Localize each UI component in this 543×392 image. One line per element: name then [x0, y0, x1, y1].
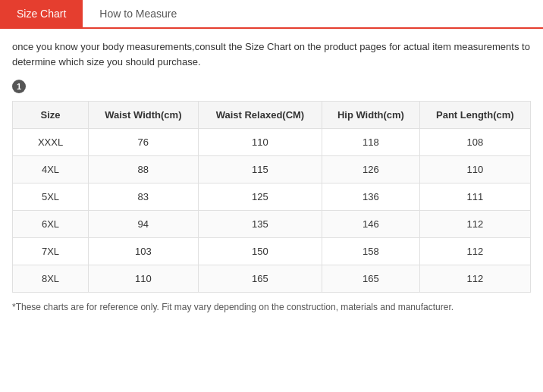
description-text: once you know your body measurements,con…: [12, 39, 531, 69]
cell-r0-c1: 76: [89, 129, 199, 156]
cell-r1-c1: 88: [89, 156, 199, 183]
col-header-pant-length: Pant Length(cm): [419, 102, 530, 129]
cell-r4-c4: 112: [419, 238, 530, 265]
col-header-waist-relaxed: Waist Relaxed(CM): [198, 102, 322, 129]
cell-r4-c2: 150: [198, 238, 322, 265]
tab-how-to-measure[interactable]: How to Measure: [83, 0, 193, 27]
cell-r1-c0: 4XL: [13, 156, 89, 183]
col-header-waist-width: Waist Width(cm): [89, 102, 199, 129]
cell-r3-c0: 6XL: [13, 211, 89, 238]
cell-r2-c4: 111: [419, 183, 530, 211]
table-row: 7XL103150158112: [13, 238, 531, 265]
cell-r4-c1: 103: [89, 238, 199, 265]
cell-r0-c2: 110: [198, 129, 322, 156]
info-badge: 1: [12, 80, 26, 93]
cell-r1-c3: 126: [322, 156, 419, 183]
cell-r5-c2: 165: [198, 265, 322, 293]
table-row: 4XL88115126110: [13, 156, 531, 183]
size-table: Size Waist Width(cm) Waist Relaxed(CM) H…: [12, 101, 531, 293]
col-header-hip-width: Hip Width(cm): [322, 102, 419, 129]
cell-r1-c2: 115: [198, 156, 322, 183]
cell-r5-c4: 112: [419, 265, 530, 293]
cell-r3-c1: 94: [89, 211, 199, 238]
cell-r0-c0: XXXL: [13, 129, 89, 156]
cell-r3-c3: 146: [322, 211, 419, 238]
cell-r2-c1: 83: [89, 183, 199, 211]
cell-r5-c1: 110: [89, 265, 199, 293]
cell-r4-c3: 158: [322, 238, 419, 265]
table-row: 6XL94135146112: [13, 211, 531, 238]
cell-r5-c3: 165: [322, 265, 419, 293]
cell-r2-c3: 136: [322, 183, 419, 211]
table-row: 5XL83125136111: [13, 183, 531, 211]
table-row: 8XL110165165112: [13, 265, 531, 293]
tabs-container: Size Chart How to Measure: [0, 0, 543, 29]
table-header-row: Size Waist Width(cm) Waist Relaxed(CM) H…: [13, 102, 531, 129]
cell-r4-c0: 7XL: [13, 238, 89, 265]
main-content: once you know your body measurements,con…: [0, 29, 543, 321]
footnote-text: *These charts are for reference only. Fi…: [12, 300, 531, 314]
cell-r0-c4: 108: [419, 129, 530, 156]
cell-r0-c3: 118: [322, 129, 419, 156]
cell-r3-c2: 135: [198, 211, 322, 238]
cell-r2-c2: 125: [198, 183, 322, 211]
col-header-size: Size: [13, 102, 89, 129]
cell-r1-c4: 110: [419, 156, 530, 183]
table-row: XXXL76110118108: [13, 129, 531, 156]
tab-bar: Size Chart How to Measure: [0, 0, 543, 29]
cell-r2-c0: 5XL: [13, 183, 89, 211]
tab-size-chart[interactable]: Size Chart: [0, 0, 83, 27]
cell-r3-c4: 112: [419, 211, 530, 238]
cell-r5-c0: 8XL: [13, 265, 89, 293]
